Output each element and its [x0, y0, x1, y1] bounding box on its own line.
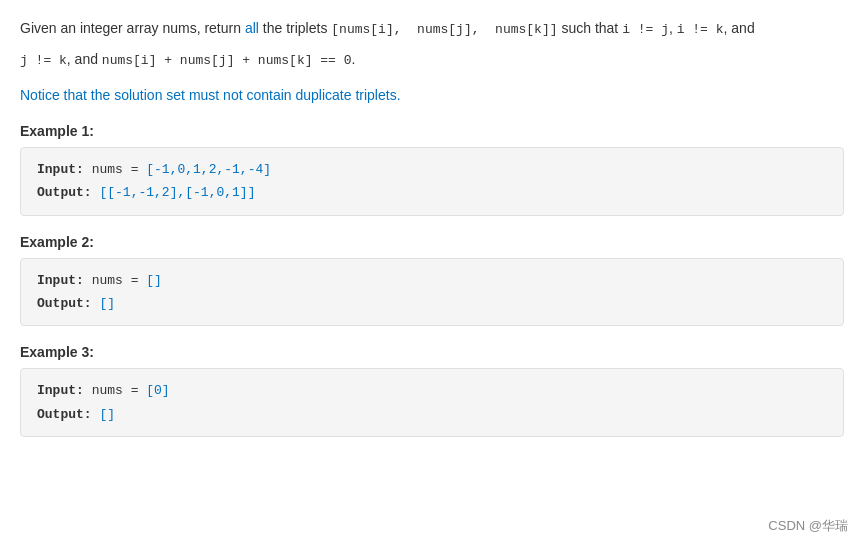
example-3-output: Output: []	[37, 403, 827, 426]
comma2: , and	[724, 20, 755, 36]
notice: Notice that the solution set must not co…	[20, 87, 844, 103]
problem-statement: Given an integer array nums, return all …	[20, 16, 844, 73]
example-3-input: Input: nums = [0]	[37, 379, 827, 402]
example-1-input-label: Input:	[37, 162, 84, 177]
example-2-output-label: Output:	[37, 296, 92, 311]
comma1: ,	[669, 20, 677, 36]
example-3-input-var: nums	[92, 383, 131, 398]
comma3: , and	[67, 51, 102, 67]
nums-condition: nums[i] + nums[j] + nums[k] == 0	[102, 53, 352, 68]
problem-line-1: Given an integer array nums, return all …	[20, 16, 844, 41]
example-2-output-value: []	[99, 296, 115, 311]
desc-triplet: [nums[i], nums[j], nums[k]]	[331, 22, 557, 37]
condition2: i != k	[677, 22, 724, 37]
example-2-input-value: []	[146, 273, 162, 288]
example-1: Example 1: Input: nums = [-1,0,1,2,-1,-4…	[20, 123, 844, 216]
desc-middle: the triplets	[259, 20, 331, 36]
example-1-output-value: [[-1,-1,2],[-1,0,1]]	[99, 185, 255, 200]
example-2-input: Input: nums = []	[37, 269, 827, 292]
example-3: Example 3: Input: nums = [0] Output: []	[20, 344, 844, 437]
problem-line-2: j != k, and nums[i] + nums[j] + nums[k] …	[20, 47, 844, 72]
examples-container: Example 1: Input: nums = [-1,0,1,2,-1,-4…	[20, 123, 844, 437]
example-2-box: Input: nums = [] Output: []	[20, 258, 844, 327]
condition1: i != j	[622, 22, 669, 37]
example-1-input-var: nums	[92, 162, 131, 177]
example-2-title: Example 2:	[20, 234, 844, 250]
example-3-output-label: Output:	[37, 407, 92, 422]
example-3-input-value: [0]	[146, 383, 169, 398]
example-2-input-var: nums	[92, 273, 131, 288]
example-1-input: Input: nums = [-1,0,1,2,-1,-4]	[37, 158, 827, 181]
desc-all: all	[245, 20, 259, 36]
period: .	[351, 51, 355, 67]
watermark: CSDN @华瑞	[768, 517, 848, 535]
line2-condition: j != k	[20, 53, 67, 68]
example-3-eq: =	[131, 383, 147, 398]
example-1-box: Input: nums = [-1,0,1,2,-1,-4] Output: […	[20, 147, 844, 216]
example-1-output-label: Output:	[37, 185, 92, 200]
desc-prefix: Given an integer array nums, return	[20, 20, 245, 36]
example-2-input-label: Input:	[37, 273, 84, 288]
example-3-input-label: Input:	[37, 383, 84, 398]
example-3-title: Example 3:	[20, 344, 844, 360]
example-1-eq: =	[131, 162, 147, 177]
example-2: Example 2: Input: nums = [] Output: []	[20, 234, 844, 327]
example-1-output: Output: [[-1,-1,2],[-1,0,1]]	[37, 181, 827, 204]
example-3-output-value: []	[99, 407, 115, 422]
example-1-input-value: [-1,0,1,2,-1,-4]	[146, 162, 271, 177]
example-3-box: Input: nums = [0] Output: []	[20, 368, 844, 437]
desc-such-that: such that	[558, 20, 623, 36]
example-2-eq: =	[131, 273, 147, 288]
example-2-output: Output: []	[37, 292, 827, 315]
example-1-title: Example 1:	[20, 123, 844, 139]
